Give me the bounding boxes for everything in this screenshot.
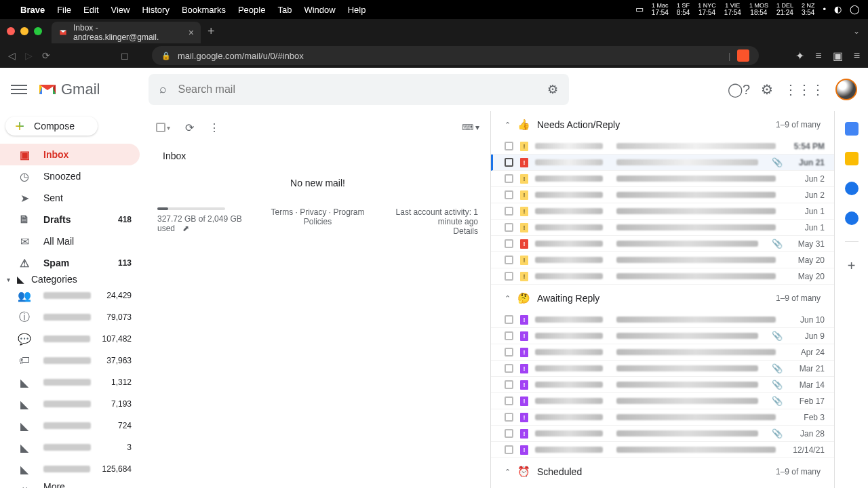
mail-row[interactable]: !Apr 24 [491,344,834,361]
sidebar-item-inbox[interactable]: ▣Inbox [0,144,140,165]
row-checkbox[interactable] [505,331,513,340]
status-icon[interactable]: • [823,4,826,14]
menu-view[interactable]: View [111,5,130,15]
window-close[interactable] [7,27,15,35]
importance-marker[interactable]: ! [520,223,528,232]
importance-marker[interactable]: ! [520,396,528,406]
row-checkbox[interactable] [505,207,513,216]
sidebar-item-drafts[interactable]: 🗎Drafts418 [0,209,140,230]
importance-marker[interactable]: ! [520,190,528,200]
importance-marker[interactable]: ! [520,348,528,357]
mail-row[interactable]: !📎Feb 17 [491,393,834,409]
importance-marker[interactable]: ! [520,315,528,325]
brave-shield-icon[interactable] [737,49,749,62]
importance-marker[interactable]: ! [520,142,528,151]
footer-links[interactable]: Terms · Privacy · Program Policies [268,207,368,236]
add-addon-icon[interactable]: + [848,258,856,274]
menu-help[interactable]: Help [348,5,366,15]
importance-marker[interactable]: ! [520,158,528,167]
details-link[interactable]: Details [378,226,478,236]
world-clock[interactable]: 2 NZ3:54 [802,3,815,17]
mail-row[interactable]: !📎Mar 21 [491,361,834,377]
category-item[interactable]: ◣3 [0,436,140,458]
calendar-icon[interactable] [845,122,859,136]
mail-row[interactable]: !📎Jan 28 [491,426,834,442]
row-checkbox[interactable] [505,348,513,357]
gmail-logo[interactable]: Gmail [38,81,100,98]
keep-icon[interactable] [845,152,859,165]
category-item[interactable]: ⓘ79,073 [0,306,140,328]
menu-people[interactable]: People [238,5,265,15]
mail-row[interactable]: !5:54 PM [491,138,834,155]
search-input[interactable] [178,83,536,96]
menu-edit[interactable]: Edit [83,5,98,15]
sidebar-item-snoozed[interactable]: ◷Snoozed [0,165,140,187]
input-tools-icon[interactable]: ⌨ ▾ [462,123,479,132]
mail-row[interactable]: !Jun 1 [491,220,834,236]
more-actions-icon[interactable]: ⋮ [209,121,220,134]
account-avatar[interactable] [835,79,857,100]
category-item[interactable]: ◣724 [0,415,140,436]
status-icon[interactable]: ◯ [850,4,860,14]
row-checkbox[interactable] [505,445,513,454]
app-name[interactable]: Brave [20,5,45,15]
mail-row[interactable]: !May 20 [491,268,834,285]
importance-marker[interactable]: ! [520,380,528,390]
open-storage-icon[interactable]: ⬈ [182,224,189,233]
extensions-icon[interactable]: ✦ [795,49,804,62]
mail-row[interactable]: !Jun 2 [491,171,834,187]
row-checkbox[interactable] [505,223,513,232]
category-item[interactable]: 💬107,482 [0,328,140,350]
mail-row[interactable]: !Jun 1 [491,203,834,220]
row-checkbox[interactable] [505,380,513,389]
sidebar-item-all-mail[interactable]: ✉All Mail [0,230,140,252]
row-checkbox[interactable] [505,396,513,405]
section-header[interactable]: ⌃⏰Scheduled1–9 of many [491,458,834,485]
importance-marker[interactable]: ! [520,174,528,184]
world-clock[interactable]: 1 MOS18:54 [749,3,768,17]
window-minimize[interactable] [20,27,28,35]
importance-marker[interactable]: ! [520,413,528,422]
search-options-icon[interactable]: ⚙ [547,82,558,97]
url-field[interactable]: 🔒 mail.google.com/mail/u/0/#inbox | [152,46,759,65]
mail-row[interactable]: !Feb 3 [491,409,834,426]
settings-icon[interactable]: ⚙ [761,81,773,98]
tasks-icon[interactable] [845,182,859,195]
reload-button[interactable]: ⟳ [42,50,50,61]
importance-marker[interactable]: ! [520,445,528,455]
window-maximize[interactable] [34,27,42,35]
mail-row[interactable]: !Jun 2 [491,187,834,203]
categories-toggle[interactable]: ▾ ◣ Categories [0,274,145,285]
row-checkbox[interactable] [505,413,513,422]
row-checkbox[interactable] [505,190,513,199]
collapse-icon[interactable]: ⌃ [505,294,511,303]
row-checkbox[interactable] [505,142,513,150]
support-icon[interactable]: ◯? [728,81,750,98]
row-checkbox[interactable] [505,429,513,438]
forward-button[interactable]: ▷ [25,50,33,61]
mail-row[interactable]: !12/14/21 [491,442,834,458]
menu-history[interactable]: History [142,5,169,15]
mail-row[interactable]: !📎Mar 14 [491,377,834,393]
world-clock[interactable]: 1 VIE17:54 [724,3,741,17]
importance-marker[interactable]: ! [520,429,528,439]
apps-icon[interactable]: ⋮⋮⋮ [784,81,825,98]
menu-bookmarks[interactable]: Bookmarks [182,5,226,15]
tab-close-icon[interactable]: × [189,27,194,38]
section-header[interactable]: ⌃🤔Awaiting Reply1–9 of many [491,285,834,312]
search-box[interactable]: ⌕ ⚙ [149,74,569,105]
row-checkbox[interactable] [505,364,513,373]
main-menu-icon[interactable] [11,79,27,100]
category-item[interactable]: 🏷37,963 [0,350,140,371]
world-clock[interactable]: 1 NYC17:54 [698,3,716,17]
importance-marker[interactable]: ! [520,256,528,265]
back-button[interactable]: ◁ [8,50,16,61]
row-checkbox[interactable] [505,239,513,248]
search-icon[interactable]: ⌕ [159,82,167,96]
mail-row[interactable]: !Jun 10 [491,312,834,328]
world-clock[interactable]: 1 Mac17:54 [652,3,669,17]
tabs-dropdown-icon[interactable]: ⌄ [853,26,860,36]
world-clock[interactable]: 1 SF8:54 [677,3,690,17]
playlist-icon[interactable]: ≡ [815,49,821,62]
menu-tab[interactable]: Tab [277,5,292,15]
